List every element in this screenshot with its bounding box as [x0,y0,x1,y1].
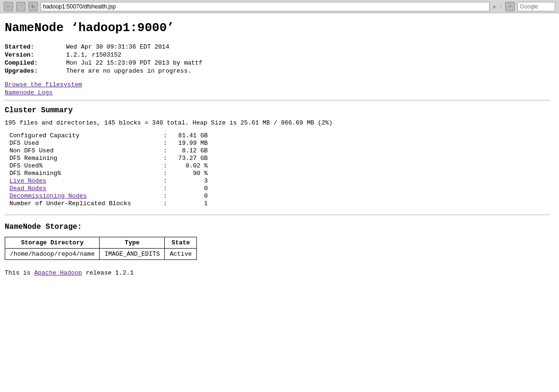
cluster-summary-title: Cluster Summary [5,106,550,115]
cluster-row-dfs-used: DFS Used : 19.99 MB [9,140,550,147]
cluster-colon-7: : [161,185,170,192]
cluster-row-dfs-remaining: DFS Remaining : 73.27 GB [9,155,550,162]
cluster-colon-9: : [161,200,170,207]
upgrades-row: Upgrades: There are no upgrades in progr… [5,67,550,75]
refresh-icon[interactable]: → [505,2,515,11]
bookmark-star-icon[interactable]: ★ [492,2,496,10]
cluster-value-3: 73.27 GB [170,155,208,162]
table-header-directory: Storage Directory [5,237,100,249]
page-content: NameNode ‘hadoop1:9000’ Started: Wed Apr… [0,13,559,286]
cluster-label-0: Configured Capacity [9,132,161,139]
cluster-label-6[interactable]: Live Nodes [9,177,161,184]
table-header-state: State [165,237,197,249]
cluster-colon-8: : [161,192,170,200]
back-button[interactable]: ← [4,2,13,11]
cluster-label-5: DFS Remaining% [9,170,161,177]
cluster-row-non-dfs-used: Non DFS Used : 8.12 GB [9,147,550,154]
cluster-row-configured-capacity: Configured Capacity : 81.41 GB [9,132,550,139]
cluster-row-dead-nodes: Dead Nodes : 0 [9,185,550,192]
browser-chrome: ← → ↻ ★ ☆ → [0,0,559,13]
storage-table: Storage Directory Type State /home/hadoo… [5,237,197,260]
links-section: Browse the filesystem Namenode Logs [5,81,550,96]
started-value: Wed Apr 30 09:31:36 EDT 2014 [66,43,169,50]
cluster-row-dfs-remaining-pct: DFS Remaining% : 90 % [9,170,550,177]
storage-section: NameNode Storage: Storage Directory Type… [5,223,550,260]
version-label: Version: [5,51,66,58]
namenode-logs-link[interactable]: Namenode Logs [5,89,550,96]
cluster-colon-4: : [161,162,170,169]
compiled-label: Compiled: [5,59,66,67]
bookmark-icon: ☆ [499,3,502,9]
apache-hadoop-link[interactable]: Apache Hadoop [34,269,82,276]
cluster-colon-0: : [161,132,170,139]
cluster-label-2: Non DFS Used [9,147,161,154]
browse-filesystem-link[interactable]: Browse the filesystem [5,81,550,88]
cluster-value-6: 3 [170,177,208,184]
cluster-label-4: DFS Used% [9,162,161,169]
cluster-row-decommissioning-nodes: Decommissioning Nodes : 0 [9,192,550,200]
page-title: NameNode ‘hadoop1:9000’ [5,21,550,35]
cluster-colon-5: : [161,170,170,177]
cluster-value-8: 0 [170,192,208,200]
footer: This is Apache Hadoop release 1.2.1 [5,269,550,276]
cluster-label-9: Number of Under-Replicated Blocks [9,200,161,207]
cluster-value-0: 81.41 GB [170,132,208,139]
url-bar[interactable] [41,2,490,11]
footer-text-before: This is [5,269,34,276]
storage-title: NameNode Storage: [5,223,550,231]
cluster-row-under-replicated: Number of Under-Replicated Blocks : 1 [9,200,550,207]
forward-button[interactable]: → [16,2,25,11]
cluster-label-7[interactable]: Dead Nodes [9,185,161,192]
cluster-colon-3: : [161,155,170,162]
summary-text: 195 files and directories, 145 blocks = … [5,119,550,126]
table-header-row: Storage Directory Type State [5,237,197,249]
divider-1 [5,100,550,100]
cluster-row-dfs-used-pct: DFS Used% : 0.02 % [9,162,550,169]
table-row: /home/hadoop/repo4/name IMAGE_AND_EDITS … [5,249,197,260]
upgrades-value: There are no upgrades in progress. [66,67,191,75]
cluster-value-5: 90 % [170,170,208,177]
cluster-label-3: DFS Remaining [9,155,161,162]
storage-directory-cell: /home/hadoop/repo4/name [5,249,100,260]
search-input[interactable] [517,2,555,11]
cluster-row-live-nodes: Live Nodes : 3 [9,177,550,184]
cluster-value-1: 19.99 MB [170,140,208,147]
reload-button[interactable]: ↻ [28,2,38,11]
footer-text-after: release 1.2.1 [82,269,134,276]
started-row: Started: Wed Apr 30 09:31:36 EDT 2014 [5,43,550,50]
cluster-value-9: 1 [170,200,208,207]
cluster-label-8[interactable]: Decommissioning Nodes [9,192,161,200]
cluster-label-1: DFS Used [9,140,161,147]
storage-type-cell: IMAGE_AND_EDITS [100,249,165,260]
cluster-value-7: 0 [170,185,208,192]
cluster-colon-2: : [161,147,170,154]
info-section: Started: Wed Apr 30 09:31:36 EDT 2014 Ve… [5,43,550,75]
version-row: Version: 1.2.1, r1503152 [5,51,550,58]
table-header-type: Type [100,237,165,249]
storage-state-cell: Active [165,249,197,260]
compiled-row: Compiled: Mon Jul 22 15:23:09 PDT 2013 b… [5,59,550,67]
cluster-colon-1: : [161,140,170,147]
compiled-value: Mon Jul 22 15:23:09 PDT 2013 by mattf [66,59,203,67]
version-value: 1.2.1, r1503152 [66,51,121,58]
cluster-colon-6: : [161,177,170,184]
divider-2 [5,215,550,215]
started-label: Started: [5,43,66,50]
cluster-value-4: 0.02 % [170,162,208,169]
cluster-value-2: 8.12 GB [170,147,208,154]
cluster-table: Configured Capacity : 81.41 GB DFS Used … [9,132,550,207]
upgrades-label: Upgrades: [5,67,66,75]
